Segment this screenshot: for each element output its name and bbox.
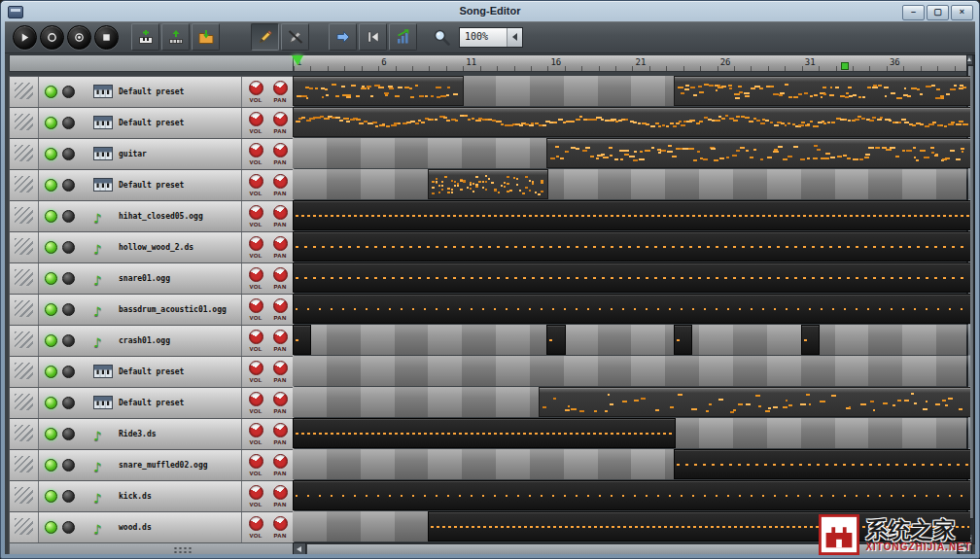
track-name[interactable]: Default preset [119, 181, 184, 190]
track-solo-led[interactable] [62, 334, 75, 347]
close-button[interactable]: × [951, 5, 973, 20]
track-lane[interactable] [293, 262, 970, 293]
volume-knob[interactable] [249, 81, 263, 95]
import-track-button[interactable] [192, 23, 220, 51]
track-lane[interactable] [293, 387, 970, 417]
pan-knob[interactable] [273, 392, 288, 406]
track-mute-led[interactable] [45, 303, 57, 316]
track-grip[interactable] [10, 232, 39, 262]
track-name[interactable]: Default preset [119, 367, 184, 376]
volume-knob[interactable] [249, 516, 263, 531]
pattern-segment[interactable] [293, 107, 970, 137]
track-name[interactable]: snare_muffled02.ogg [119, 461, 208, 470]
track-grip[interactable] [10, 170, 39, 200]
scroll-left-arrow[interactable] [294, 543, 306, 554]
track-solo-led[interactable] [62, 397, 75, 409]
track-name[interactable]: Ride3.ds [119, 430, 157, 438]
pan-knob[interactable] [273, 298, 288, 313]
track-name[interactable]: bassdrum_acoustic01.ogg [119, 305, 227, 314]
track-mute-led[interactable] [45, 490, 57, 503]
track-solo-led[interactable] [62, 303, 75, 316]
track-mute-led[interactable] [45, 241, 57, 254]
scroll-up-arrow[interactable] [967, 55, 972, 64]
track-grip[interactable] [10, 139, 39, 169]
pattern-segment[interactable] [546, 138, 970, 168]
pattern-segment[interactable] [428, 169, 548, 199]
edit-mode-button[interactable] [281, 23, 309, 51]
beat-segment[interactable] [293, 325, 311, 355]
track-grip[interactable] [10, 326, 39, 356]
track-lane[interactable] [293, 138, 970, 168]
track-name[interactable]: wood.ds [119, 523, 152, 532]
beat-segment[interactable] [293, 294, 970, 324]
track-grip[interactable] [10, 512, 39, 542]
track-mute-led[interactable] [45, 428, 57, 440]
track-name[interactable]: hollow_wood_2.ds [119, 243, 193, 252]
track-solo-led[interactable] [62, 148, 75, 160]
track-name[interactable]: crash01.ogg [119, 336, 170, 345]
volume-knob[interactable] [249, 205, 263, 220]
beat-segment[interactable] [293, 418, 676, 448]
pan-knob[interactable] [273, 267, 288, 282]
volume-knob[interactable] [249, 392, 263, 406]
pan-knob[interactable] [273, 174, 288, 189]
maximize-button[interactable]: ▢ [927, 5, 949, 20]
track-mute-led[interactable] [45, 459, 57, 472]
panel-resize-grip[interactable] [173, 546, 192, 553]
track-name[interactable]: kick.ds [119, 492, 152, 501]
beat-segment[interactable] [801, 325, 820, 355]
track-lane[interactable] [293, 200, 970, 230]
track-mute-led[interactable] [45, 334, 57, 347]
track-lane[interactable] [293, 76, 970, 106]
titlebar[interactable]: Song-Editor – ▢ × [2, 2, 978, 20]
volume-knob[interactable] [249, 143, 263, 157]
record-accompany-button[interactable] [67, 25, 91, 50]
track-mute-led[interactable] [45, 210, 57, 223]
goto-start-button[interactable] [359, 23, 387, 51]
track-grip[interactable] [10, 450, 39, 480]
track-mute-led[interactable] [45, 397, 57, 409]
pan-knob[interactable] [273, 423, 288, 437]
track-lane[interactable] [293, 169, 970, 199]
volume-knob[interactable] [249, 267, 263, 282]
volume-knob[interactable] [249, 361, 263, 375]
pan-knob[interactable] [273, 330, 288, 344]
track-lane[interactable] [293, 231, 970, 262]
zoom-combobox[interactable]: 100% [459, 27, 523, 48]
volume-knob[interactable] [249, 236, 263, 251]
pan-knob[interactable] [273, 81, 288, 95]
pan-knob[interactable] [273, 205, 288, 220]
pan-knob[interactable] [273, 516, 288, 531]
track-solo-led[interactable] [62, 86, 75, 98]
goto-next-button[interactable] [329, 23, 357, 51]
track-name[interactable]: Default preset [119, 119, 184, 127]
track-solo-led[interactable] [62, 366, 75, 378]
track-mute-led[interactable] [45, 521, 57, 534]
track-grip[interactable] [10, 419, 39, 449]
track-mute-led[interactable] [45, 117, 57, 129]
track-mute-led[interactable] [45, 366, 57, 378]
track-grip[interactable] [10, 108, 39, 138]
add-instrument-track-button[interactable] [131, 23, 159, 51]
pan-knob[interactable] [273, 236, 288, 251]
track-solo-led[interactable] [62, 459, 75, 472]
track-grip[interactable] [10, 263, 39, 294]
beat-segment[interactable] [293, 231, 970, 262]
pan-knob[interactable] [273, 112, 288, 126]
pan-knob[interactable] [273, 454, 288, 469]
beat-segment[interactable] [293, 480, 970, 510]
minimize-button[interactable]: – [902, 5, 925, 20]
track-grip[interactable] [10, 357, 39, 387]
draw-mode-button[interactable] [251, 23, 279, 51]
track-mute-led[interactable] [45, 86, 57, 98]
pan-knob[interactable] [273, 361, 288, 375]
track-solo-led[interactable] [62, 241, 75, 254]
track-lane[interactable] [293, 418, 970, 448]
volume-knob[interactable] [249, 298, 263, 313]
track-solo-led[interactable] [62, 428, 75, 440]
track-grip[interactable] [10, 295, 39, 325]
stop-button[interactable] [94, 25, 119, 50]
track-solo-led[interactable] [62, 117, 75, 129]
stats-button[interactable] [389, 23, 417, 51]
beat-segment[interactable] [293, 262, 970, 293]
